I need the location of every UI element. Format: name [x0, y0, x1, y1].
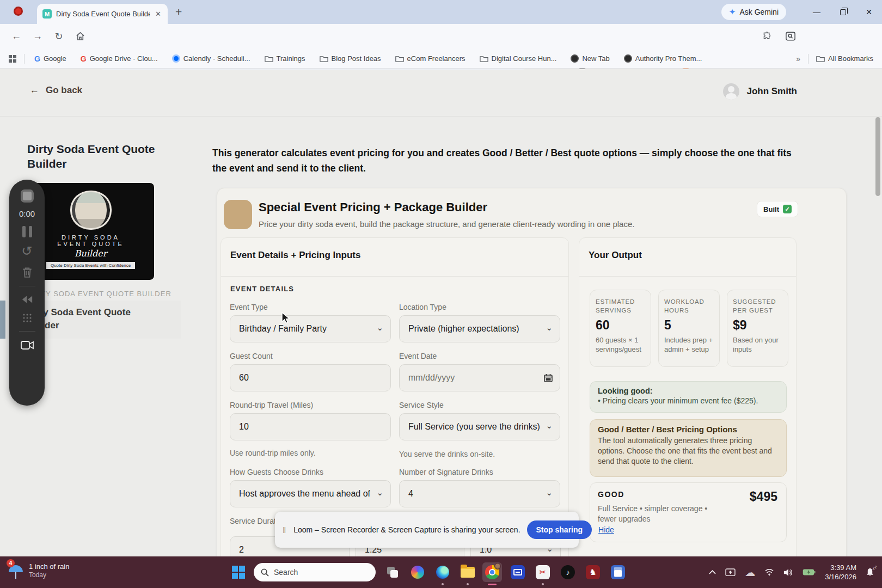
lesson-video-thumbnail[interactable]: DIRTY SODA EVENT QUOTE Builder Quote Dir…: [27, 183, 154, 280]
bookmark-calendly[interactable]: Calendly - Scheduli...: [172, 54, 250, 63]
restart-button[interactable]: ↺: [21, 244, 32, 258]
bookmark-new-tab[interactable]: New Tab: [571, 54, 609, 63]
volume-icon[interactable]: [783, 568, 793, 577]
chrome-button[interactable]: [482, 562, 502, 582]
weather-widget[interactable]: 4 1 inch of rain Today: [8, 561, 69, 580]
calculator-button[interactable]: [608, 562, 628, 582]
event-type-value: Birthday / Family Party: [239, 324, 327, 334]
loom-recorder-widget[interactable]: 0:00 ↺: [9, 180, 45, 406]
built-label: Built: [763, 205, 779, 213]
header-divider: [0, 116, 882, 117]
delete-recording-button[interactable]: [22, 266, 33, 278]
ask-gemini-button[interactable]: ✦ Ask Gemini: [721, 4, 786, 20]
scanner-icon: [511, 565, 525, 579]
bookmark-google[interactable]: GGoogle: [34, 54, 66, 63]
new-tab-button[interactable]: +: [175, 5, 182, 19]
browser-tab[interactable]: M Dirty Soda Event Quote Builder ✕: [37, 4, 168, 24]
weather-line2: Today: [29, 571, 69, 579]
location-type-label: Location Type: [399, 303, 560, 311]
cast-display-icon[interactable]: [725, 568, 736, 577]
widget-divider: [19, 286, 35, 286]
effects-button[interactable]: [22, 313, 33, 323]
apps-grid-icon[interactable]: [9, 55, 16, 63]
folder-icon: [816, 55, 825, 63]
back-button[interactable]: ←: [10, 30, 23, 42]
bookmark-trainings[interactable]: Trainings: [265, 54, 305, 63]
taskbar-search[interactable]: Search: [254, 563, 376, 581]
wifi-icon[interactable]: [764, 568, 774, 576]
side-search-icon: [786, 32, 795, 41]
thumbnail-brand-script: Builder: [75, 248, 107, 259]
copilot-button[interactable]: [408, 562, 427, 582]
horse-app-button[interactable]: ♞: [583, 562, 603, 582]
camera-toggle-button[interactable]: [21, 340, 34, 350]
chevron-down-icon: ⌄: [546, 421, 553, 431]
stop-recording-button[interactable]: [21, 189, 34, 203]
search-icon: [261, 568, 269, 577]
all-bookmarks-label: All Bookmarks: [828, 54, 873, 63]
service-style-select[interactable]: Full Service (you serve the drinks) ⌄: [399, 413, 560, 440]
onedrive-cloud-icon[interactable]: ☁: [745, 566, 755, 579]
stop-sharing-button[interactable]: Stop sharing: [527, 520, 592, 539]
ask-gemini-label: Ask Gemini: [739, 8, 779, 16]
extensions-menu-button[interactable]: [760, 32, 773, 44]
built-badge: Built ✓: [757, 201, 798, 217]
go-back-button[interactable]: ← Go back: [30, 85, 82, 96]
restore-icon: [840, 9, 846, 15]
hide-link[interactable]: Hide: [598, 525, 614, 534]
page-scrollbar[interactable]: [875, 117, 880, 196]
drink-choice-select[interactable]: Host approves the menu ahead of ⌄: [230, 480, 391, 507]
stat-value: 60: [596, 318, 645, 333]
all-bookmarks-button[interactable]: All Bookmarks: [816, 54, 873, 63]
location-type-select[interactable]: Private (higher expectations) ⌄: [399, 315, 560, 342]
tray-chevron-up-icon[interactable]: [709, 570, 716, 574]
bookmark-authority-pro[interactable]: Authority Pro Them...: [624, 54, 702, 63]
thumbnail-photo: [70, 191, 112, 230]
task-view-button[interactable]: [383, 562, 402, 582]
snipping-app-button[interactable]: ✂: [533, 562, 553, 582]
bookmark-blog-post-ideas[interactable]: Blog Post Ideas: [320, 54, 381, 63]
rewind-button[interactable]: [21, 295, 33, 304]
bookmark-google-drive[interactable]: GGoogle Drive - Clou...: [81, 54, 158, 63]
guest-count-label: Guest Count: [230, 352, 391, 360]
travel-input[interactable]: 10: [230, 413, 391, 440]
start-button[interactable]: [232, 566, 245, 579]
drag-handle-icon[interactable]: ‖: [283, 525, 287, 535]
forward-button[interactable]: →: [31, 30, 44, 42]
signature-drinks-select[interactable]: 4 ⌄: [399, 480, 560, 507]
battery-icon[interactable]: [803, 568, 816, 576]
guest-count-input[interactable]: 60: [230, 364, 391, 391]
bookmark-ecom-freelancers[interactable]: eCom Freelancers: [395, 54, 465, 63]
bookmarks-overflow-button[interactable]: »: [796, 54, 800, 63]
file-explorer-button[interactable]: [458, 562, 477, 582]
event-type-select[interactable]: Birthday / Family Party ⌄: [230, 315, 391, 342]
home-button[interactable]: [74, 31, 87, 44]
pricing-options-note: Good / Better / Best Pricing Options The…: [590, 419, 787, 477]
event-date-input[interactable]: mm/dd/yyyy: [399, 364, 560, 391]
home-icon: [75, 31, 85, 41]
user-chip[interactable]: John Smith: [723, 83, 797, 100]
active-app-underline: [488, 584, 497, 585]
dnd-z-badge: z²: [873, 565, 877, 571]
side-panel-button[interactable]: [784, 32, 797, 44]
looking-good-bullet: • Pricing clears your minimum event fee …: [598, 396, 779, 405]
refresh-button[interactable]: ↻: [52, 30, 65, 42]
tab-close-icon[interactable]: ✕: [154, 10, 162, 18]
taskbar-clock[interactable]: 3:39 AM 3/16/2026: [825, 563, 856, 581]
calendar-icon[interactable]: [544, 373, 553, 382]
restore-button[interactable]: [830, 0, 856, 24]
stat-label: SUGGESTED PER GUEST: [733, 297, 782, 315]
notification-bell-button[interactable]: z²: [866, 568, 874, 577]
chevron-down-icon: ⌄: [546, 323, 553, 333]
service-duration-label: Service Durati: [230, 517, 278, 525]
tiktok-button[interactable]: ♪: [558, 562, 578, 582]
bookmark-label: Digital Course Hun...: [492, 54, 557, 63]
pause-button[interactable]: [22, 226, 32, 237]
folder-icon: [480, 55, 488, 63]
scanner-app-button[interactable]: [508, 562, 528, 582]
bookmark-digital-course[interactable]: Digital Course Hun...: [480, 54, 557, 63]
close-window-button[interactable]: ✕: [856, 0, 882, 24]
event-date-placeholder: mm/dd/yyyy: [408, 373, 455, 383]
minimize-button[interactable]: —: [804, 0, 830, 24]
edge-button[interactable]: [433, 562, 452, 582]
